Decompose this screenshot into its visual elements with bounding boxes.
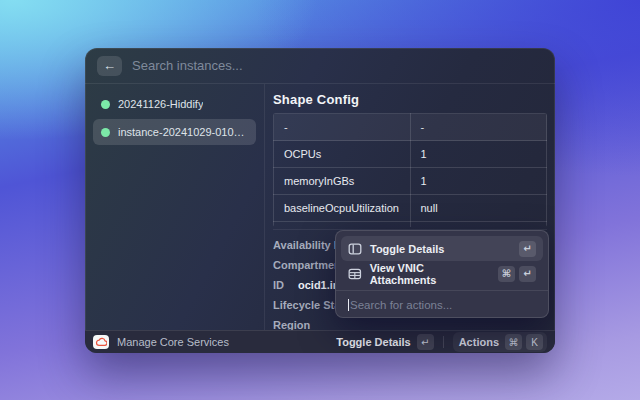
detail-title: Shape Config	[273, 92, 547, 107]
command-key-icon: ⌘	[505, 334, 522, 350]
command-palette-window: ← 20241126-Hiddify instance-20241029-010…	[85, 48, 555, 353]
return-key-icon: ↵	[519, 266, 536, 282]
extension-name: Manage Core Services	[117, 336, 229, 348]
primary-action-button[interactable]: Toggle Details	[336, 336, 410, 348]
footer-separator	[443, 336, 444, 348]
back-button[interactable]: ←	[97, 56, 122, 76]
table-cell-key: -	[274, 114, 411, 141]
table-row: memoryInGBs 1	[274, 168, 547, 195]
metadata-label: Region	[273, 319, 310, 330]
list-item-instance-1[interactable]: 20241126-Hiddify	[93, 91, 256, 117]
panel-left-icon	[348, 242, 362, 256]
return-key-icon: ↵	[519, 241, 536, 257]
status-dot-icon	[101, 128, 110, 137]
table-cell-key: baselineOcpuUtilization	[274, 195, 411, 222]
popup-divider	[336, 290, 548, 291]
actions-menu-button[interactable]: Actions ⌘ K	[453, 332, 547, 352]
table-row-clipped	[274, 222, 547, 228]
popup-search-row	[336, 293, 548, 317]
search-header: ←	[85, 48, 555, 84]
return-key-icon: ↵	[417, 334, 434, 350]
k-key-icon: K	[526, 334, 543, 350]
actions-button-label: Actions	[457, 336, 501, 348]
table-cell-value: -	[410, 114, 547, 141]
table-cell-key: OCPUs	[274, 141, 411, 168]
action-item-toggle-details[interactable]: Toggle Details ↵	[341, 236, 543, 261]
text-cursor	[348, 299, 349, 311]
status-dot-icon	[101, 100, 110, 109]
oracle-cloud-app-icon	[93, 335, 109, 349]
table-row: - -	[274, 114, 547, 141]
footer-bar: Manage Core Services Toggle Details ↵ Ac…	[85, 330, 555, 353]
actions-search-input[interactable]	[350, 299, 536, 311]
instance-list: 20241126-Hiddify instance-20241029-0105-…	[85, 84, 265, 330]
list-item-label: 20241126-Hiddify	[118, 98, 203, 110]
shape-config-table: - - OCPUs 1 memoryInGBs 1 baselineOcpuUt…	[273, 113, 547, 227]
action-item-label: Toggle Details	[370, 243, 444, 255]
back-arrow-icon: ←	[103, 58, 116, 73]
table-icon	[348, 267, 362, 281]
list-item-label: instance-20241029-0105-Hesti…	[118, 126, 248, 138]
list-item-instance-2-selected[interactable]: instance-20241029-0105-Hesti…	[93, 119, 256, 145]
table-cell-value: null	[410, 195, 547, 222]
metadata-label: ID	[273, 279, 284, 291]
table-cell-value: 1	[410, 168, 547, 195]
table-row: OCPUs 1	[274, 141, 547, 168]
action-item-view-vnic-attachments[interactable]: View VNIC Attachments ⌘ ↵	[341, 261, 543, 286]
action-item-label: View VNIC Attachments	[370, 262, 490, 286]
table-row: baselineOcpuUtilization null	[274, 195, 547, 222]
actions-popup: Toggle Details ↵ View VNIC Attachments ⌘…	[335, 230, 549, 318]
command-key-icon: ⌘	[498, 266, 515, 282]
table-cell-value: 1	[410, 141, 547, 168]
table-cell-key: memoryInGBs	[274, 168, 411, 195]
search-input[interactable]	[132, 58, 543, 73]
